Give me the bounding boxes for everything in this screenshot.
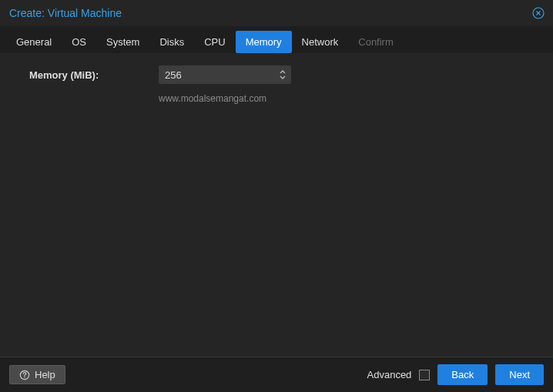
titlebar: Create: Virtual Machine xyxy=(0,0,553,26)
tab-cpu[interactable]: CPU xyxy=(194,31,235,53)
tab-confirm: Confirm xyxy=(348,31,404,53)
advanced-label: Advanced xyxy=(367,369,412,380)
help-label: Help xyxy=(35,369,55,380)
memory-row: Memory (MiB): xyxy=(29,65,524,84)
memory-input[interactable] xyxy=(159,69,291,81)
back-button[interactable]: Back xyxy=(437,364,488,385)
content-panel: Memory (MiB): www.modalsemangat.com xyxy=(0,53,553,357)
close-button[interactable] xyxy=(531,6,545,20)
create-vm-dialog: Create: Virtual Machine General OS Syste… xyxy=(0,0,553,392)
memory-spinner[interactable] xyxy=(159,65,291,84)
tab-system[interactable]: System xyxy=(96,31,149,53)
memory-label: Memory (MiB): xyxy=(29,69,159,81)
help-icon xyxy=(19,370,30,380)
tab-memory[interactable]: Memory xyxy=(236,31,292,53)
dialog-title: Create: Virtual Machine xyxy=(9,7,122,19)
watermark-text: www.modalsemangat.com xyxy=(159,90,524,104)
tab-general[interactable]: General xyxy=(6,31,62,53)
wizard-tabs: General OS System Disks CPU Memory Netwo… xyxy=(0,26,553,53)
close-icon xyxy=(532,7,545,19)
footer-right: Advanced Back Next xyxy=(367,364,544,385)
tab-network[interactable]: Network xyxy=(292,31,349,53)
next-button[interactable]: Next xyxy=(495,364,544,385)
help-button[interactable]: Help xyxy=(9,365,65,384)
tab-disks[interactable]: Disks xyxy=(149,31,194,53)
chevron-down-icon xyxy=(279,75,287,81)
advanced-checkbox[interactable] xyxy=(419,370,430,380)
dialog-footer: Help Advanced Back Next xyxy=(0,357,553,392)
tab-os[interactable]: OS xyxy=(62,31,96,53)
svg-point-2 xyxy=(24,377,25,378)
spinner-buttons[interactable] xyxy=(279,67,288,82)
chevron-up-icon xyxy=(279,69,287,75)
